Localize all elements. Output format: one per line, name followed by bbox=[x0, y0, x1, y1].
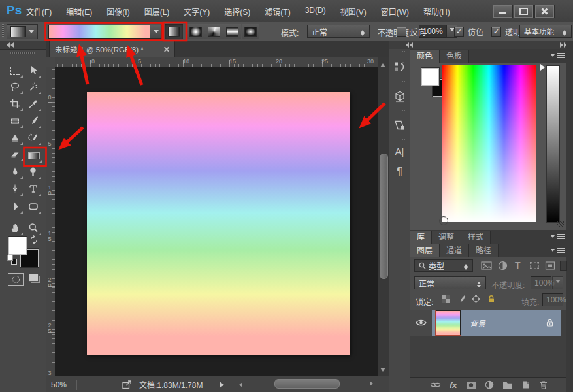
3d-panel-button[interactable] bbox=[389, 85, 410, 108]
layer-visibility-cell[interactable] bbox=[410, 310, 433, 336]
zoom-tool[interactable] bbox=[25, 220, 42, 236]
path-selection-tool[interactable] bbox=[7, 199, 24, 214]
workspace-select[interactable]: 基本功能 bbox=[519, 25, 572, 38]
gradient-picker-arrow[interactable] bbox=[150, 25, 162, 39]
diamond-gradient-button[interactable] bbox=[242, 24, 259, 39]
hscroll-right-icon[interactable] bbox=[370, 381, 376, 386]
scroll-up-icon[interactable] bbox=[380, 61, 385, 67]
horizontal-ruler[interactable]: 0 5 10 15 20 25 30 bbox=[55, 57, 378, 67]
eyedropper-tool[interactable] bbox=[25, 96, 42, 112]
ramp-slider-icon[interactable] bbox=[540, 64, 548, 71]
zoom-level[interactable]: 50% bbox=[51, 380, 67, 389]
layer-style-icon[interactable]: fx bbox=[450, 380, 457, 390]
layer-name[interactable]: 背景 bbox=[470, 318, 485, 329]
shape-tool[interactable] bbox=[25, 199, 42, 214]
layer-thumbnail[interactable] bbox=[436, 310, 461, 335]
close-tab-icon[interactable] bbox=[163, 46, 169, 52]
export-icon[interactable] bbox=[122, 380, 133, 389]
hscroll-left-icon[interactable] bbox=[237, 382, 242, 387]
group-layers-icon[interactable] bbox=[502, 381, 513, 389]
menu-item-filter[interactable]: 滤镜(T) bbox=[265, 6, 290, 17]
linear-gradient-button[interactable] bbox=[165, 24, 183, 39]
eraser-tool[interactable] bbox=[7, 146, 24, 162]
angle-gradient-button[interactable] bbox=[205, 24, 223, 39]
scroll-down-icon[interactable] bbox=[380, 368, 385, 374]
menu-item-select[interactable]: 选择(S) bbox=[224, 6, 250, 17]
paragraph-panel-button[interactable]: ¶ bbox=[389, 162, 410, 182]
history-panel-button[interactable] bbox=[389, 55, 410, 78]
screen-mode-button[interactable] bbox=[27, 273, 42, 284]
menu-item-help[interactable]: 帮助(H) bbox=[423, 6, 450, 17]
menu-item-edit[interactable]: 编辑(E) bbox=[66, 6, 92, 17]
horizontal-scrollbar-thumb[interactable] bbox=[274, 379, 340, 389]
magic-wand-tool[interactable] bbox=[25, 79, 42, 95]
quick-mask-button[interactable] bbox=[8, 273, 24, 286]
clone-stamp-tool[interactable] bbox=[7, 130, 24, 146]
move-tool[interactable] bbox=[25, 63, 42, 78]
maximize-button[interactable] bbox=[514, 5, 534, 18]
status-popup-arrow-icon[interactable] bbox=[220, 382, 227, 388]
menu-item-file[interactable]: 文件(F) bbox=[26, 6, 52, 17]
grayscale-ramp[interactable] bbox=[546, 65, 560, 223]
delete-layer-icon[interactable] bbox=[539, 380, 548, 389]
resize-grip[interactable] bbox=[557, 221, 564, 227]
close-button[interactable] bbox=[534, 5, 555, 18]
collapse-panels-icon[interactable] bbox=[4, 42, 12, 48]
mode-select[interactable]: 正常 bbox=[307, 25, 370, 38]
default-colors-icon[interactable] bbox=[7, 255, 16, 264]
document-tab[interactable]: 未标题-1 @ 50%(RGB/8) * bbox=[49, 41, 175, 57]
filter-toggle-button[interactable] bbox=[560, 261, 567, 271]
tab-styles[interactable]: 样式 bbox=[461, 231, 491, 244]
menu-item-window[interactable]: 窗口(W) bbox=[381, 6, 409, 17]
document-size-status[interactable]: 文档:1.83M/1.78M bbox=[139, 379, 203, 390]
rect-marquee-tool[interactable] bbox=[7, 63, 24, 78]
filter-shape-layers-icon[interactable] bbox=[529, 261, 540, 270]
blur-tool[interactable] bbox=[7, 164, 24, 180]
panel-menu-icon[interactable] bbox=[551, 247, 565, 253]
menu-item-image[interactable]: 图像(I) bbox=[106, 6, 129, 17]
tool-preset-button[interactable] bbox=[7, 24, 38, 39]
lock-position-icon[interactable] bbox=[471, 294, 481, 304]
menu-item-type[interactable]: 文字(Y) bbox=[184, 6, 210, 17]
history-brush-tool[interactable] bbox=[25, 130, 42, 146]
tab-color[interactable]: 颜色 bbox=[410, 50, 440, 63]
color-spectrum[interactable] bbox=[442, 65, 536, 222]
healing-brush-tool[interactable] bbox=[7, 113, 24, 129]
foreground-color-swatch[interactable] bbox=[8, 237, 27, 255]
menu-item-3d[interactable]: 3D(D) bbox=[305, 6, 326, 17]
tab-swatches[interactable]: 色板 bbox=[440, 50, 469, 63]
layer-row-background[interactable]: 背景 bbox=[432, 310, 561, 336]
tab-library[interactable]: 库 bbox=[410, 231, 432, 244]
crop-tool[interactable] bbox=[7, 96, 24, 112]
panel-menu-icon[interactable] bbox=[551, 233, 565, 240]
radial-gradient-button[interactable] bbox=[187, 24, 205, 39]
panel-menu-icon[interactable] bbox=[551, 52, 565, 59]
canvas-image[interactable] bbox=[87, 92, 350, 355]
tab-paths[interactable]: 路径 bbox=[469, 244, 499, 257]
link-layers-icon[interactable] bbox=[430, 381, 441, 389]
pen-tool[interactable] bbox=[7, 181, 24, 197]
swap-colors-icon[interactable] bbox=[29, 235, 39, 244]
layer-filter-select[interactable]: 类型 bbox=[414, 259, 473, 272]
vertical-ruler[interactable]: 0 5 10 15 20 25 3 bbox=[46, 67, 56, 376]
new-layer-icon[interactable] bbox=[521, 380, 531, 389]
gradient-preview-button[interactable] bbox=[48, 25, 151, 39]
vertical-scrollbar-thumb[interactable] bbox=[380, 154, 388, 279]
filter-type-layers-icon[interactable]: T bbox=[515, 260, 521, 270]
reflected-gradient-button[interactable] bbox=[223, 24, 241, 39]
minimize-button[interactable] bbox=[493, 5, 513, 18]
hand-tool[interactable] bbox=[7, 220, 24, 236]
lasso-tool[interactable] bbox=[7, 79, 24, 95]
layer-opacity-dropdown[interactable] bbox=[552, 276, 563, 289]
tab-adjustments[interactable]: 调整 bbox=[432, 231, 461, 244]
tab-layers[interactable]: 图层 bbox=[410, 244, 440, 257]
adjustment-layer-icon[interactable] bbox=[485, 380, 494, 389]
fill-input[interactable]: 100% bbox=[542, 293, 563, 306]
brush-tool[interactable] bbox=[25, 113, 42, 129]
menu-item-layer[interactable]: 图层(L) bbox=[144, 6, 170, 17]
character-panel-button[interactable]: A| bbox=[389, 141, 410, 161]
lock-all-icon[interactable] bbox=[487, 294, 496, 304]
gradient-tool[interactable] bbox=[25, 148, 42, 163]
lock-transparency-icon[interactable] bbox=[442, 295, 451, 304]
lock-pixels-icon[interactable] bbox=[457, 295, 466, 304]
